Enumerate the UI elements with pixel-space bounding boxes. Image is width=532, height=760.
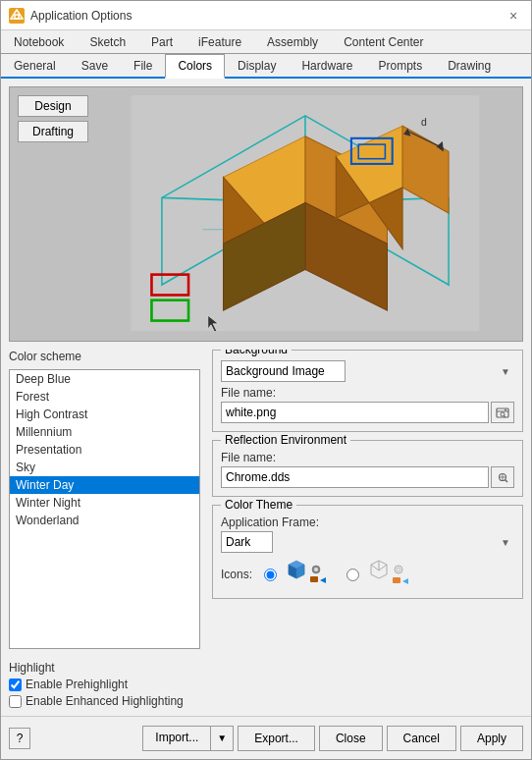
scheme-presentation[interactable]: Presentation	[10, 441, 199, 459]
iconset1-svg	[281, 559, 330, 590]
isometric-svg: d	[96, 95, 514, 331]
iconset2-svg	[363, 559, 412, 590]
app-icon	[9, 8, 25, 24]
scheme-sky[interactable]: Sky	[10, 459, 199, 476]
cancel-button[interactable]: Cancel	[387, 726, 456, 751]
tab-file[interactable]: File	[121, 54, 165, 77]
bg-browse-button[interactable]	[491, 402, 514, 423]
export-button[interactable]: Export...	[238, 726, 315, 751]
tab-notebook[interactable]: Notebook	[1, 30, 77, 53]
tab-general[interactable]: General	[1, 54, 69, 77]
prehighlight-checkbox[interactable]	[9, 679, 22, 691]
color-scheme-listbox[interactable]: Deep Blue Forest High Contrast Millenniu…	[9, 369, 200, 649]
bg-filename-label: File name:	[221, 386, 514, 400]
svg-point-46	[395, 566, 402, 573]
iconset1-preview	[280, 559, 331, 590]
tab-prompts[interactable]: Prompts	[365, 54, 435, 77]
refl-filename-label: File name:	[221, 451, 514, 464]
dropdown-arrow-icon: ▼	[501, 366, 510, 377]
tab-colors[interactable]: Colors	[165, 54, 225, 79]
import-button[interactable]: Import...	[142, 726, 210, 751]
scheme-forest[interactable]: Forest	[10, 388, 199, 406]
refl-browse-button[interactable]	[491, 466, 514, 488]
tab-save[interactable]: Save	[69, 54, 121, 77]
footer: ? Import... ▼ Export... Close Cancel App…	[1, 716, 531, 759]
icons-option1	[264, 559, 331, 590]
apply-button[interactable]: Apply	[460, 726, 523, 751]
svg-marker-49	[402, 578, 408, 584]
scheme-winter-day[interactable]: Winter Day	[10, 476, 199, 494]
enhanced-highlight-label[interactable]: Enable Enhanced Highlighting	[26, 694, 184, 708]
tab-ifeature[interactable]: iFeature	[186, 30, 254, 53]
prehighlight-row: Enable Prehighlight	[9, 678, 200, 691]
svg-rect-48	[393, 577, 400, 583]
iconset1-radio[interactable]	[264, 569, 277, 581]
scheme-wonderland[interactable]: Wonderland	[10, 512, 199, 529]
app-frame-dropdown[interactable]: Dark Light	[221, 531, 273, 553]
background-group: Background Background Image Gradient 1 C…	[212, 350, 523, 432]
tabs-row2: General Save File Colors Display Hardwar…	[1, 54, 531, 79]
bottom-section: Color scheme Deep Blue Forest High Contr…	[9, 350, 523, 708]
highlight-section: Highlight Enable Prehighlight Enable Enh…	[9, 661, 200, 708]
iconset2-radio[interactable]	[346, 569, 359, 581]
reflection-group-label: Reflection Environment	[221, 433, 350, 447]
help-button[interactable]: ?	[9, 728, 30, 749]
refl-browse-icon	[496, 470, 509, 484]
prehighlight-label[interactable]: Enable Prehighlight	[26, 678, 128, 691]
background-dropdown-row: Background Image Gradient 1 Color Sky ▼	[221, 360, 514, 382]
bg-filename-input[interactable]	[221, 402, 489, 423]
background-dropdown-wrapper: Background Image Gradient 1 Color Sky ▼	[221, 360, 514, 382]
tab-display[interactable]: Display	[225, 54, 289, 77]
highlight-label: Highlight	[9, 661, 200, 675]
right-section: Background Background Image Gradient 1 C…	[212, 350, 523, 708]
scheme-high-contrast[interactable]: High Contrast	[10, 406, 199, 423]
dialog-close-button[interactable]: Close	[319, 726, 383, 751]
import-dropdown-button[interactable]: ▼	[210, 726, 234, 751]
background-group-label: Background	[221, 350, 292, 356]
color-theme-label: Color Theme	[221, 498, 296, 512]
tab-sketch[interactable]: Sketch	[77, 30, 138, 53]
icons-row: Icons:	[221, 559, 514, 590]
browse-icon	[496, 406, 509, 419]
tab-assembly[interactable]: Assembly	[254, 30, 331, 53]
scheme-deep-blue[interactable]: Deep Blue	[10, 370, 199, 388]
titlebar: Application Options ×	[1, 1, 531, 30]
svg-point-47	[397, 568, 400, 571]
refl-filename-row: File name:	[221, 451, 514, 488]
scheme-winter-night[interactable]: Winter Night	[10, 494, 199, 512]
svg-rect-1	[15, 15, 19, 19]
app-frame-dropdown-arrow-icon: ▼	[501, 537, 510, 548]
svg-marker-41	[320, 577, 326, 583]
icons-label: Icons:	[221, 568, 256, 581]
tab-content-center[interactable]: Content Center	[331, 30, 436, 53]
enhanced-highlight-row: Enable Enhanced Highlighting	[9, 694, 200, 708]
close-button[interactable]: ×	[504, 6, 523, 26]
svg-line-45	[379, 565, 387, 570]
tab-drawing[interactable]: Drawing	[435, 54, 504, 77]
enhanced-highlight-checkbox[interactable]	[9, 695, 22, 708]
tab-hardware[interactable]: Hardware	[289, 54, 365, 77]
icons-option2	[346, 559, 413, 590]
design-button[interactable]: Design	[18, 95, 88, 117]
app-frame-row: Application Frame: Dark Light ▼	[221, 516, 514, 553]
app-frame-dropdown-wrapper: Dark Light ▼	[221, 531, 514, 553]
svg-text:d: d	[421, 117, 427, 128]
tabs-row1: Notebook Sketch Part iFeature Assembly C…	[1, 30, 531, 54]
3d-preview: d	[96, 95, 514, 331]
color-scheme-section: Color scheme Deep Blue Forest High Contr…	[9, 350, 200, 708]
footer-left: ?	[9, 728, 30, 749]
refl-filename-input[interactable]	[221, 466, 489, 488]
drafting-button[interactable]: Drafting	[18, 121, 88, 142]
svg-line-32	[505, 480, 508, 483]
iconset2-preview	[362, 559, 413, 590]
svg-point-39	[314, 568, 318, 571]
svg-line-44	[371, 565, 379, 570]
application-options-window: Application Options × Notebook Sketch Pa…	[0, 0, 532, 760]
preview-area: Design Drafting	[9, 86, 523, 342]
color-scheme-label: Color scheme	[9, 350, 200, 363]
tab-part[interactable]: Part	[138, 30, 186, 53]
reflection-group: Reflection Environment File name:	[212, 440, 523, 497]
scheme-millennium[interactable]: Millennium	[10, 423, 199, 441]
design-buttons: Design Drafting	[18, 95, 88, 142]
background-dropdown[interactable]: Background Image Gradient 1 Color Sky	[221, 360, 346, 382]
